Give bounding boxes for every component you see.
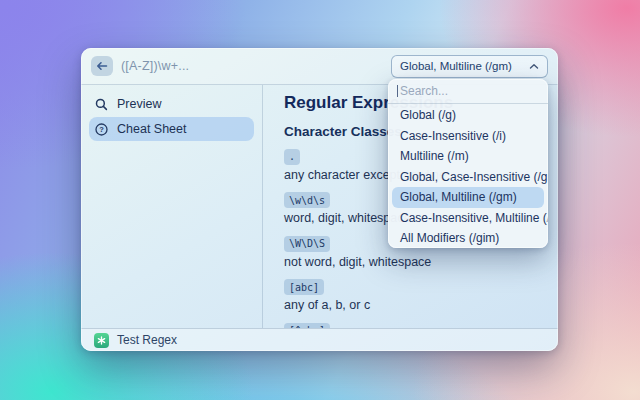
regex-pattern-text: ([A-Z])\w+...	[121, 59, 383, 73]
dropdown-option[interactable]: Global, Multiline (/gm)	[392, 187, 544, 208]
modifier-dropdown-button[interactable]: Global, Multiline (/gm)	[391, 55, 548, 78]
sidebar-item-cheat-sheet[interactable]: ? Cheat Sheet	[89, 117, 254, 141]
asterisk-extension-icon	[94, 333, 109, 348]
text-caret	[397, 85, 398, 97]
regex-code-badge: \W\D\S	[284, 236, 330, 252]
regex-code-badge: .	[284, 149, 300, 165]
action-bar: Test Regex	[81, 328, 558, 351]
regex-description: any of a, b, or c	[284, 298, 558, 313]
dropdown-option[interactable]: Multiline (/m)	[392, 146, 544, 167]
magnifier-icon	[95, 98, 108, 111]
desktop-background: ([A-Z])\w+... Global, Multiline (/gm) Pr…	[0, 0, 640, 400]
question-circle-icon: ?	[95, 123, 108, 136]
regex-code-badge: \w\d\s	[284, 192, 330, 208]
dropdown-search-input[interactable]	[388, 79, 548, 103]
dropdown-option[interactable]: Global, Case-Insensitive (/gi)	[392, 167, 544, 188]
sidebar: Preview ? Cheat Sheet	[81, 85, 263, 328]
dropdown-option[interactable]: All Modifiers (/gim)	[392, 228, 544, 248]
sidebar-item-label: Preview	[117, 97, 161, 111]
dropdown-option[interactable]: Global (/g)	[392, 105, 544, 126]
test-regex-action[interactable]: Test Regex	[117, 333, 177, 347]
regex-code-badge: [abc]	[284, 279, 324, 295]
sidebar-item-preview[interactable]: Preview	[89, 92, 254, 116]
cheat-sheet-entry: [^abc] not a, b, or c	[284, 320, 558, 328]
modifier-dropdown-menu: Global (/g) Case-Insensitive (/i) Multil…	[388, 79, 548, 248]
regex-description: not word, digit, whitespace	[284, 255, 558, 270]
cheat-sheet-entry: [abc] any of a, b, or c	[284, 277, 558, 314]
dropdown-options: Global (/g) Case-Insensitive (/i) Multil…	[388, 104, 548, 248]
svg-text:?: ?	[99, 125, 104, 134]
modifier-dropdown-value: Global, Multiline (/gm)	[400, 60, 523, 72]
dropdown-option[interactable]: Case-Insensitive (/i)	[392, 126, 544, 147]
sidebar-item-label: Cheat Sheet	[117, 122, 187, 136]
back-button[interactable]	[91, 56, 113, 76]
dropdown-option[interactable]: Case-Insensitive, Multiline (/im)	[392, 208, 544, 229]
chevron-up-icon	[529, 63, 539, 70]
arrow-left-icon	[96, 61, 108, 71]
dropdown-search-row	[388, 79, 548, 104]
